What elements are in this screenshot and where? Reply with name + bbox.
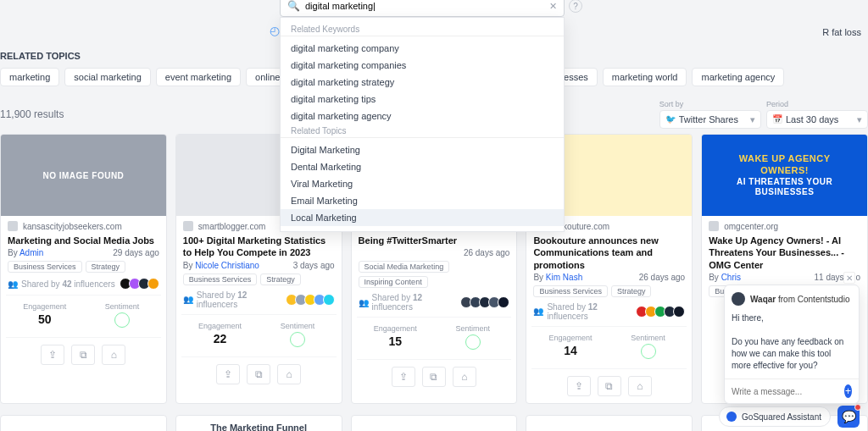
topic-chip[interactable]: marketing: [0, 68, 59, 86]
card-byline: By Kim Nash: [533, 273, 582, 282]
engagement-value: 50: [9, 312, 80, 326]
share-icon[interactable]: ⇪: [392, 367, 415, 387]
card-age: 26 days ago: [464, 248, 510, 257]
avatar: [147, 278, 159, 290]
card-author[interactable]: Kim Nash: [546, 273, 582, 282]
shared-row: 👥Shared by 42 influencers: [1, 278, 166, 295]
chat-body: Do you have any feedback on how we can m…: [732, 336, 852, 372]
twitter-icon: 🐦: [665, 114, 676, 124]
favicon-icon: [183, 221, 193, 231]
search-icon: 🔍: [287, 0, 300, 12]
dropdown-item[interactable]: digital marketing strategy: [281, 74, 564, 91]
chat-close-icon[interactable]: ✕: [843, 272, 855, 284]
copy-icon[interactable]: ⧉: [598, 376, 621, 396]
card-author[interactable]: Admin: [19, 248, 43, 257]
topic-chip[interactable]: event marketing: [156, 68, 241, 86]
copy-icon[interactable]: ⧉: [422, 367, 446, 387]
result-card: [526, 415, 693, 431]
copy-icon[interactable]: ⧉: [247, 364, 270, 384]
engagement-value: 15: [360, 334, 431, 348]
pocket-icon[interactable]: ⌂: [102, 345, 125, 365]
dropdown-item[interactable]: Digital Marketing: [281, 141, 564, 158]
people-icon: 👥: [533, 307, 543, 316]
card-title[interactable]: 100+ Digital Marketing Statistics to Hel…: [176, 231, 342, 261]
card-title[interactable]: Marketing and Social Media Jobs: [1, 231, 166, 248]
result-card: The Marketing Funnel: [175, 415, 342, 431]
dropdown-item[interactable]: Viral Marketing: [281, 175, 564, 192]
dropdown-section-label: Related Topics: [281, 124, 564, 138]
copy-icon[interactable]: ⧉: [71, 345, 95, 365]
avatar: [498, 296, 509, 308]
people-icon: 👥: [183, 295, 193, 304]
card-tag[interactable]: Strategy: [611, 285, 652, 297]
engagement-label: Engagement: [535, 334, 605, 342]
share-icon[interactable]: ⇪: [216, 364, 240, 384]
period-select[interactable]: 📅Last 30 days: [766, 110, 868, 129]
pocket-icon[interactable]: ⌂: [453, 367, 476, 387]
dropdown-item[interactable]: Dental Marketing: [281, 158, 564, 175]
card-tag[interactable]: Strategy: [86, 261, 126, 273]
clear-icon[interactable]: ✕: [549, 1, 557, 12]
engagement-label: Engagement: [360, 324, 431, 333]
card-tag[interactable]: Strategy: [260, 274, 301, 285]
card-source: omgcenter.org: [724, 222, 778, 231]
sentiment-label: Sentiment: [262, 322, 332, 330]
card-title[interactable]: Bookouture announces new Communications …: [526, 231, 692, 273]
chat-fab[interactable]: 💬: [837, 406, 860, 428]
card-age: 26 days ago: [639, 273, 686, 282]
sentiment-label: Sentiment: [437, 324, 508, 333]
dropdown-item[interactable]: Email Marketing: [281, 192, 564, 209]
topic-chip[interactable]: marketing agency: [692, 68, 784, 86]
card-thumbnail: NO IMAGE FOUND: [1, 135, 166, 216]
share-icon[interactable]: ⇪: [41, 345, 64, 365]
card-tag[interactable]: Business Services: [183, 274, 258, 285]
avatar: [673, 306, 685, 318]
chat-greeting: Hi there,: [732, 312, 852, 324]
favicon-icon: [8, 221, 18, 231]
dropdown-item[interactable]: digital marketing agency: [281, 108, 564, 124]
calendar-icon: 📅: [772, 114, 782, 124]
card-author[interactable]: Nicole Christiano: [195, 261, 259, 270]
dropdown-item[interactable]: digital marketing tips: [281, 91, 564, 108]
chat-input[interactable]: [732, 387, 839, 396]
sentiment-label: Sentiment: [613, 334, 683, 342]
chat-sender: Waqar from Contentstudio: [750, 295, 849, 304]
result-card: [0, 415, 167, 431]
dropdown-item[interactable]: digital marketing company: [281, 40, 564, 57]
pocket-icon[interactable]: ⌂: [277, 364, 301, 384]
search-input[interactable]: [305, 1, 549, 11]
sort-by-label: Sort by: [659, 100, 761, 108]
pocket-icon[interactable]: ⌂: [628, 376, 652, 396]
card-source: kansascityjobseekers.com: [23, 222, 122, 231]
card-tag[interactable]: Business Services: [8, 261, 82, 273]
card-source: smartblogger.com: [198, 222, 265, 231]
result-card: [351, 415, 518, 431]
favicon-icon: [709, 221, 719, 231]
card-title[interactable]: Wake Up Agency Owners! - AI Threatens Yo…: [702, 231, 867, 273]
avatar: [732, 292, 745, 306]
share-icon[interactable]: ⇪: [567, 376, 591, 396]
engagement-label: Engagement: [185, 322, 255, 330]
card-byline: By Chris: [709, 273, 741, 282]
card-age: 3 days ago: [293, 261, 335, 270]
dropdown-item[interactable]: Local Marketing: [281, 209, 564, 226]
notification-dot-icon: [854, 404, 861, 411]
topic-chip[interactable]: social marketing: [64, 68, 150, 86]
topic-chip[interactable]: marketing world: [603, 68, 687, 86]
chat-send-button[interactable]: +: [844, 384, 852, 398]
shared-row: 👥Shared by 12 influencers: [526, 302, 692, 326]
avatar: [323, 294, 335, 306]
card-age: 29 days ago: [113, 248, 159, 257]
card-author[interactable]: Chris: [721, 273, 741, 282]
sentiment-label: Sentiment: [86, 302, 157, 311]
sort-by-select[interactable]: 🐦Twitter Shares: [659, 110, 761, 129]
period-label: Period: [766, 100, 868, 108]
assistant-logo-icon: [726, 412, 737, 422]
card-tag[interactable]: Inspiring Content: [359, 276, 428, 288]
assistant-pill[interactable]: GoSquared Assistant: [719, 406, 831, 427]
card-title[interactable]: Being #TwitterSmarter: [352, 231, 517, 248]
card-tag[interactable]: Social Media Marketing: [359, 261, 450, 273]
dropdown-item[interactable]: digital marketing companies: [281, 57, 564, 74]
search-box[interactable]: 🔍 ✕ ?: [280, 0, 565, 17]
card-tag[interactable]: Business Services: [533, 285, 608, 297]
